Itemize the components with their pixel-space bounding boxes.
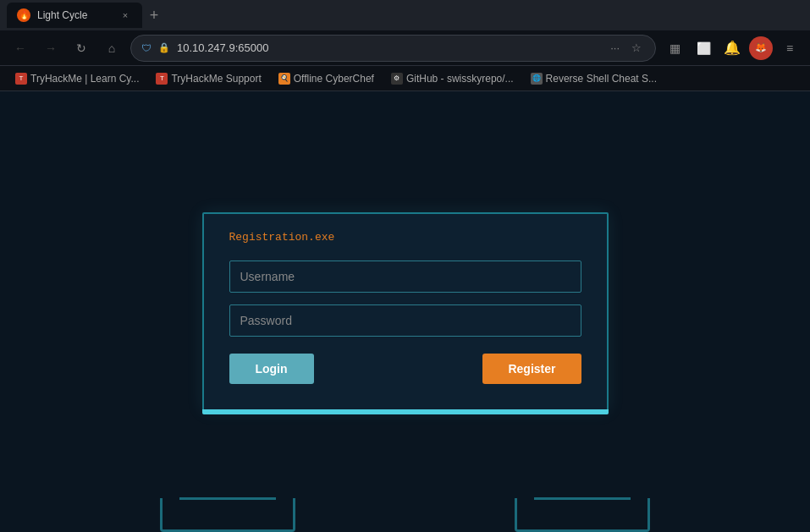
home-button[interactable]: ⌂ (100, 36, 124, 60)
active-tab[interactable]: 🔥 Light Cycle × (7, 3, 142, 28)
bookmark-4[interactable]: 🌐 Reverse Shell Cheat S... (524, 71, 664, 86)
forward-button[interactable]: → (39, 36, 63, 60)
register-button[interactable]: Register (482, 354, 581, 384)
profile-button[interactable]: 🦊 (749, 36, 773, 60)
address-dots-button[interactable]: ··· (607, 40, 623, 56)
login-card: Registration.exe Login Register (202, 212, 609, 411)
bookmark-favicon-1: T (156, 73, 168, 85)
new-tab-button[interactable]: + (142, 3, 166, 27)
bookmark-1[interactable]: T TryHackMe Support (149, 71, 267, 86)
bookmark-favicon-0: T (15, 73, 27, 85)
page-content: Registration.exe Login Register (0, 91, 810, 532)
shield-icon: 🛡 (141, 42, 152, 54)
lock-icon: 🔒 (158, 42, 170, 53)
username-input[interactable] (229, 261, 581, 293)
username-group (229, 261, 581, 293)
bookmark-favicon-3: ⚙ (391, 73, 403, 85)
password-group (229, 304, 581, 337)
form-actions: Login Register (229, 354, 581, 384)
bookmark-favicon-2: 🍳 (278, 73, 290, 85)
bookmark-label-2: Offline CyberChef (294, 73, 374, 85)
bookmark-favicon-4: 🌐 (531, 73, 543, 85)
deco-right (515, 498, 650, 532)
tab-bar: 🔥 Light Cycle × + (7, 3, 803, 28)
bookmarks-bar: T TryHackMe | Learn Cy... T TryHackMe Su… (0, 66, 810, 91)
bookmark-2[interactable]: 🍳 Offline CyberChef (272, 71, 381, 86)
bookmark-label-1: TryHackMe Support (171, 73, 261, 85)
address-actions: ··· ☆ (607, 40, 645, 56)
tabs-button[interactable]: ⬜ (692, 36, 715, 60)
deco-left (160, 498, 295, 532)
address-bookmark-button[interactable]: ☆ (628, 40, 645, 56)
nav-right: ▦ ⬜ 🔔 🦊 ≡ (663, 36, 802, 60)
title-bar: 🔥 Light Cycle × + (0, 0, 810, 30)
sidebar-button[interactable]: ▦ (663, 36, 686, 60)
menu-button[interactable]: ≡ (778, 36, 802, 60)
address-bar[interactable]: 🛡 🔒 10.10.247.9:65000 ··· ☆ (130, 35, 656, 62)
tab-favicon: 🔥 (17, 8, 30, 22)
sync-icon[interactable]: 🔔 (720, 36, 744, 60)
bottom-decorations (0, 481, 810, 532)
bookmark-label-0: TryHackMe | Learn Cy... (30, 73, 139, 85)
refresh-button[interactable]: ↻ (69, 36, 93, 60)
bookmark-label-3: GitHub - swisskyrepo/... (406, 73, 514, 85)
bookmark-0[interactable]: T TryHackMe | Learn Cy... (8, 71, 146, 86)
password-input[interactable] (229, 304, 581, 337)
tab-title: Light Cycle (37, 9, 112, 21)
login-button[interactable]: Login (229, 354, 314, 384)
bookmark-3[interactable]: ⚙ GitHub - swisskyrepo/... (384, 71, 521, 86)
card-title: Registration.exe (229, 231, 581, 244)
address-text: 10.10.247.9:65000 (177, 41, 600, 54)
tab-close-button[interactable]: × (118, 8, 132, 22)
back-button[interactable]: ← (8, 36, 32, 60)
nav-bar: ← → ↻ ⌂ 🛡 🔒 10.10.247.9:65000 ··· ☆ ▦ ⬜ … (0, 30, 810, 66)
bookmark-label-4: Reverse Shell Cheat S... (546, 73, 657, 85)
card-bottom-bar (202, 409, 609, 414)
